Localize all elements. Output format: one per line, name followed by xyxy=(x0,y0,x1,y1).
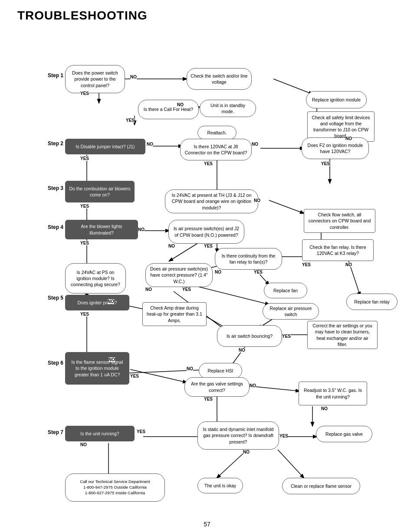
static-dynamic-box: Is static and dynamic inlet manifold gas… xyxy=(197,421,279,450)
no-airbounce: NO xyxy=(239,348,245,352)
check-fan-relay-box: Check the fan relay. Is there 120VAC at … xyxy=(302,239,374,261)
j8-connector-box: Is there 120VAC at J8 Connector on the C… xyxy=(180,139,252,160)
gas-valve-settings-box: Are the gas valve settings correct? xyxy=(184,377,250,397)
svg-line-14 xyxy=(269,200,304,213)
svg-line-36 xyxy=(256,387,299,391)
no-readjust: NO xyxy=(321,406,328,411)
call-technical-box: Call our Technical Service Department 1-… xyxy=(65,473,165,502)
combustion-blowers-box: Do the combustion air blowers come on? xyxy=(65,181,135,202)
step-5-label: Step 5 xyxy=(48,295,63,301)
page-title: TROUBLESHOOTING xyxy=(17,9,397,23)
no-igniter: NO xyxy=(108,299,114,304)
replace-air-pressure-box: Replace air pressure switch xyxy=(263,303,319,320)
step-6-label: Step 6 xyxy=(48,360,63,366)
step-1-label: Step 1 xyxy=(48,72,63,78)
no-blower: NO xyxy=(138,227,145,232)
no-replacehsi: NO xyxy=(187,366,193,371)
unit-running-box: Is the unit running? xyxy=(65,426,135,441)
call-for-heat-box: Is there a Call For Heat? xyxy=(138,100,199,119)
replace-fan-box: Replace fan xyxy=(264,283,307,298)
step-4-label: Step 4 xyxy=(48,224,63,230)
step-3-label: Step 3 xyxy=(48,185,63,191)
ps-24vac-box: Is 24VAC at PS on ignition module? Is co… xyxy=(65,263,126,294)
no-airj2: NO xyxy=(168,244,175,248)
continuity-fan-box: Is there continuity from the fan relay t… xyxy=(215,248,282,270)
no-power: NO xyxy=(130,75,137,79)
f2-ignition-box: Does F2 on ignition module have 120VAC? xyxy=(302,137,369,159)
power-switch-box: Does the power switch provide power to t… xyxy=(65,65,125,93)
readjust-box: Readjust to 3.5" W.C. gas. Is the unit r… xyxy=(299,382,367,405)
step-2-label: Step 2 xyxy=(48,140,63,147)
replace-ignition-box: Replace ignition module xyxy=(306,91,367,108)
svg-line-4 xyxy=(273,79,312,94)
yes-step1: YES xyxy=(80,91,89,96)
yes-continuity: YES xyxy=(254,270,263,274)
no-callheat: NO xyxy=(177,102,184,107)
no-continuity: NO xyxy=(215,270,221,274)
no-static: NO xyxy=(243,450,250,454)
yes-flame: YES xyxy=(130,374,139,379)
yes-j8: YES xyxy=(204,161,213,166)
yes-unitrunning: YES xyxy=(137,429,145,434)
page: TROUBLESHOOTING xyxy=(0,0,414,532)
clean-replace-flame-box: Clean or replace flame sensor xyxy=(282,478,360,494)
yes-airpressure: YES xyxy=(182,287,191,292)
replace-fan-relay-box: Replace fan relay xyxy=(346,294,398,310)
air-switch-bouncing-box: Is air switch bouncing? xyxy=(217,325,282,347)
svg-line-43 xyxy=(278,450,304,478)
check-amp-box: Check Amp draw during heat-up for greate… xyxy=(142,302,207,326)
no-fanrelay: NO xyxy=(345,262,352,267)
th-24vac-box: Is 24VAC at present at TH (J3 & J12 on C… xyxy=(165,189,258,213)
yes-gasvalve: YES xyxy=(204,397,213,401)
yes-f2: YES xyxy=(321,161,330,166)
yes-disable: YES xyxy=(80,156,89,161)
no-j8: NO xyxy=(252,142,258,147)
no-disable: NO xyxy=(147,142,153,147)
air-pressure-j2-box: Is air pressure switch(es) and J2 of CPW… xyxy=(168,220,244,244)
reattach-box: Reattach. xyxy=(197,126,237,140)
no-f2: NO xyxy=(345,136,352,141)
blower-lights-box: Are the blower lights illuminated? xyxy=(65,220,138,239)
no-unitrunning: NO xyxy=(80,442,87,447)
no-gasvalve: NO xyxy=(250,383,256,388)
yes-fanrelay: YES xyxy=(302,262,311,267)
flame-sensor-box: Is the flame sensor signal to the igniti… xyxy=(65,352,129,385)
yes-airj2: YES xyxy=(204,244,213,248)
replace-hsi-box: Replace HSI xyxy=(199,363,242,379)
yes-static: YES xyxy=(279,434,288,438)
disable-jumper-box: Is Disable jumper intact? (J1) xyxy=(65,139,145,154)
no-th: NO xyxy=(254,198,260,203)
replace-gas-valve-box: Replace gas valve xyxy=(316,426,372,442)
correct-air-settings-box: Correct the air settings or you may have… xyxy=(307,321,378,349)
standby-box: Unit is in standby mode. xyxy=(200,100,256,117)
unit-okay-box: The unit is okay xyxy=(197,478,243,493)
igniter-prove-box: Does igniter prove? xyxy=(65,295,129,310)
page-number: 57 xyxy=(0,521,414,528)
no-flame: NO xyxy=(108,357,115,362)
flowchart: Step 1 Step 2 Step 3 Step 4 Step 5 Step … xyxy=(17,27,397,521)
no-airpressure: NO xyxy=(145,287,152,292)
step-7-label: Step 7 xyxy=(48,429,63,435)
air-pressure-correct-box: Does air pressure switch(es) have correc… xyxy=(145,263,213,287)
yes-igniter: YES xyxy=(80,312,89,317)
check-flow-switch-box: Check flow switch, all connectors on CPW… xyxy=(304,209,375,233)
yes-blower: YES xyxy=(80,241,89,245)
check-switch-box: Check the switch and/or line voltage xyxy=(187,68,252,90)
yes-combustion: YES xyxy=(80,204,89,209)
yes-callheat: YES xyxy=(126,118,135,123)
yes-airbounce: YES xyxy=(282,334,291,339)
